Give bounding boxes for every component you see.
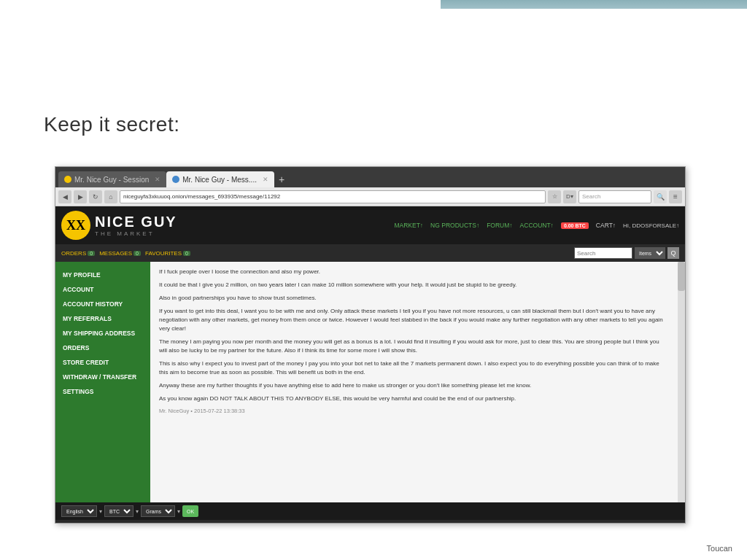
address-text: niceguyfa3xkuuoq.onion/messages_693935/m… bbox=[123, 193, 280, 200]
site-nav: MARKET↑ NG PRODUCTS↑ FORUM↑ ACCOUNT↑ 0.0… bbox=[394, 222, 679, 229]
message-para-5: The money I am paying you now per month … bbox=[159, 338, 669, 355]
message-para-4: If you want to get into this deal, I wan… bbox=[159, 307, 669, 333]
tab-messages[interactable]: Mr. Nice Guy - Mess.... ✕ bbox=[166, 171, 274, 187]
home-button[interactable]: ⌂ bbox=[104, 190, 117, 203]
message-para-8: As you know again DO NOT TALK ABOUT THIS… bbox=[159, 394, 669, 403]
tab-label-messages: Mr. Nice Guy - Mess.... bbox=[182, 176, 257, 184]
site-sidebar: MY PROFILE ACCOUNT ACCOUNT HISTORY MY RE… bbox=[55, 262, 150, 502]
logo-icon: XX bbox=[61, 211, 90, 240]
ok-button[interactable]: OK bbox=[182, 505, 198, 517]
subnav-favourites[interactable]: FAVOURITES 0 bbox=[145, 250, 190, 257]
message-para-1: If I fuck people over I loose the connec… bbox=[159, 268, 669, 276]
top-decorative-bar bbox=[441, 0, 747, 9]
browser-search-button[interactable]: 🔍 bbox=[654, 190, 667, 203]
security-button[interactable]: D▾ bbox=[563, 190, 576, 203]
sidebar-item-account[interactable]: ACCOUNT bbox=[55, 282, 150, 297]
btc-balance[interactable]: 0.00 BTC bbox=[561, 222, 589, 229]
subnav-search-button[interactable]: Q bbox=[667, 247, 679, 259]
message-para-7: Anyway these are my further thoughts if … bbox=[159, 381, 669, 390]
nav-cart[interactable]: CART↑ bbox=[596, 222, 616, 229]
subnav-orders[interactable]: ORDERS 0 bbox=[61, 250, 95, 257]
address-bar[interactable]: niceguyfa3xkuuoq.onion/messages_693935/m… bbox=[120, 190, 546, 203]
site-body: MY PROFILE ACCOUNT ACCOUNT HISTORY MY RE… bbox=[55, 262, 685, 502]
currency-select[interactable]: BTC bbox=[104, 505, 133, 517]
new-tab-button[interactable]: + bbox=[274, 171, 289, 187]
reload-button[interactable]: ↻ bbox=[89, 190, 102, 203]
nav-account[interactable]: ACCOUNT↑ bbox=[520, 222, 554, 229]
weight-select[interactable]: Grams bbox=[141, 505, 175, 517]
site-wrapper: XX NICE GUY THE MARKET MARKET↑ NG PRODUC… bbox=[55, 206, 685, 524]
message-para-3: Also in good partnerships you have to sh… bbox=[159, 294, 669, 303]
browser-addressbar: ◀ ▶ ↻ ⌂ niceguyfa3xkuuoq.onion/messages_… bbox=[55, 187, 685, 206]
message-para-2: It could be that I give you 2 million, o… bbox=[159, 281, 669, 289]
subnav-search-input[interactable] bbox=[574, 247, 632, 259]
browser-screenshot: Mr. Nice Guy - Session ✕ Mr. Nice Guy - … bbox=[55, 166, 686, 524]
tab-close-messages[interactable]: ✕ bbox=[263, 176, 268, 183]
sidebar-item-settings[interactable]: SETTINGS bbox=[55, 384, 150, 399]
tab-favicon-session bbox=[64, 176, 71, 183]
tab-label-session: Mr. Nice Guy - Session bbox=[74, 176, 149, 184]
sidebar-item-shipping[interactable]: MY SHIPPING ADDRESS bbox=[55, 326, 150, 341]
subnav-search-category[interactable]: Items bbox=[635, 247, 665, 259]
logo-main-text: NICE GUY bbox=[95, 214, 177, 230]
back-button[interactable]: ◀ bbox=[58, 190, 71, 203]
message-sender: Mr. NiceGuy • 2015-07-22 13:38:33 bbox=[159, 408, 669, 414]
slide-bottom-text: Toucan bbox=[707, 544, 732, 553]
tab-close-session[interactable]: ✕ bbox=[155, 176, 160, 183]
browser-search-box[interactable]: Search bbox=[578, 190, 651, 203]
sidebar-item-my-profile[interactable]: MY PROFILE bbox=[55, 268, 150, 282]
nav-market[interactable]: MARKET↑ bbox=[394, 222, 423, 229]
bookmark-button[interactable]: ☆ bbox=[548, 190, 561, 203]
slide-heading: Keep it secret: bbox=[44, 113, 179, 136]
messages-badge: 0 bbox=[133, 251, 141, 256]
subnav-search: Items Q bbox=[574, 247, 679, 259]
sidebar-item-account-history[interactable]: ACCOUNT HISTORY bbox=[55, 297, 150, 311]
site-main-content: If I fuck people over I loose the connec… bbox=[150, 262, 678, 502]
sidebar-item-orders[interactable]: ORDERS bbox=[55, 341, 150, 355]
scrollbar-thumb[interactable] bbox=[678, 262, 685, 291]
forward-button[interactable]: ▶ bbox=[74, 190, 87, 203]
site-logo: XX NICE GUY THE MARKET bbox=[61, 211, 177, 240]
nav-ng-products[interactable]: NG PRODUCTS↑ bbox=[430, 222, 479, 229]
orders-badge: 0 bbox=[88, 251, 95, 256]
logo-sub-text: THE MARKET bbox=[95, 230, 177, 237]
nav-forum[interactable]: FORUM↑ bbox=[487, 222, 512, 229]
language-select[interactable]: English bbox=[61, 505, 97, 517]
site-bottom-bar: English ▾ BTC ▾ Grams ▾ OK bbox=[55, 502, 685, 520]
subnav-messages[interactable]: MESSAGES 0 bbox=[99, 250, 141, 257]
site-scrollbar[interactable] bbox=[678, 262, 685, 502]
site-subnav: ORDERS 0 MESSAGES 0 FAVOURITES 0 Items Q bbox=[55, 244, 685, 262]
search-placeholder: Search bbox=[582, 193, 600, 200]
sidebar-item-store-credit[interactable]: STORE CREDIT bbox=[55, 355, 150, 370]
tab-favicon-messages bbox=[172, 176, 179, 183]
site-footer: SAFE USE ✦ MAKE MONEY ✦ ABOUT ME & MY SH… bbox=[55, 520, 685, 524]
browser-tabs-bar: Mr. Nice Guy - Session ✕ Mr. Nice Guy - … bbox=[55, 167, 685, 187]
message-para-6: This is also why I expect you to invest … bbox=[159, 359, 669, 377]
menu-button[interactable]: ≡ bbox=[669, 190, 682, 203]
sidebar-item-my-referrals[interactable]: MY REFERRALS bbox=[55, 311, 150, 326]
site-header: XX NICE GUY THE MARKET MARKET↑ NG PRODUC… bbox=[55, 206, 685, 244]
nav-hi-user: HI, DDOSFORSALE↑ bbox=[623, 222, 679, 229]
logo-text-group: NICE GUY THE MARKET bbox=[95, 214, 177, 237]
tab-session[interactable]: Mr. Nice Guy - Session ✕ bbox=[58, 171, 166, 187]
favourites-badge: 0 bbox=[183, 251, 190, 256]
sidebar-item-withdraw[interactable]: WITHDRAW / TRANSFER bbox=[55, 370, 150, 384]
